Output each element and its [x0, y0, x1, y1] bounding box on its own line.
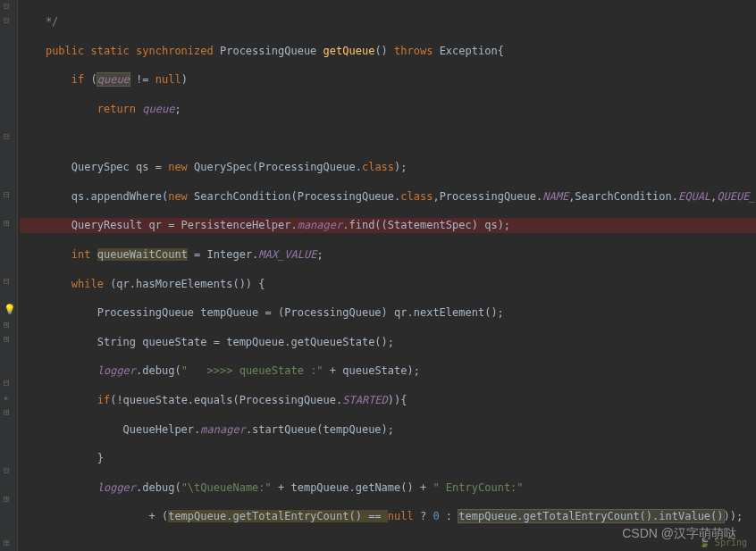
gutter-marks: ⊟ ⊟ ⊟ ⊟ ⊞ ⊟ 💡 ⊞ ⊞ ⊟ ▸ ⊞ ⊟ ⊞ ⊞ [0, 0, 18, 551]
code-editor[interactable]: */ public static synchronized Processing… [20, 0, 756, 551]
fold-icon[interactable]: ⊟ [4, 0, 10, 12]
fold-icon[interactable]: ⊞ [4, 493, 10, 505]
fold-icon[interactable]: ⊟ [4, 188, 10, 200]
fold-icon[interactable]: ⊞ [4, 319, 10, 330]
fold-icon[interactable]: ⊟ [4, 14, 10, 26]
fold-icon[interactable]: ⊞ [4, 217, 10, 229]
spring-badge-icon: 🍃 Spring [699, 538, 747, 547]
fold-icon[interactable]: ⊟ [4, 464, 10, 476]
fold-icon[interactable]: ⊞ [4, 406, 10, 418]
run-arrow-icon[interactable]: ▸ [4, 392, 10, 404]
fold-icon[interactable]: ⊟ [4, 275, 10, 287]
fold-icon[interactable]: ⊞ [4, 537, 10, 548]
fold-icon[interactable]: ⊟ [4, 130, 10, 142]
fold-icon[interactable]: ⊟ [4, 377, 10, 388]
fold-icon[interactable]: ⊞ [4, 333, 10, 345]
bulb-icon[interactable]: 💡 [4, 304, 16, 315]
